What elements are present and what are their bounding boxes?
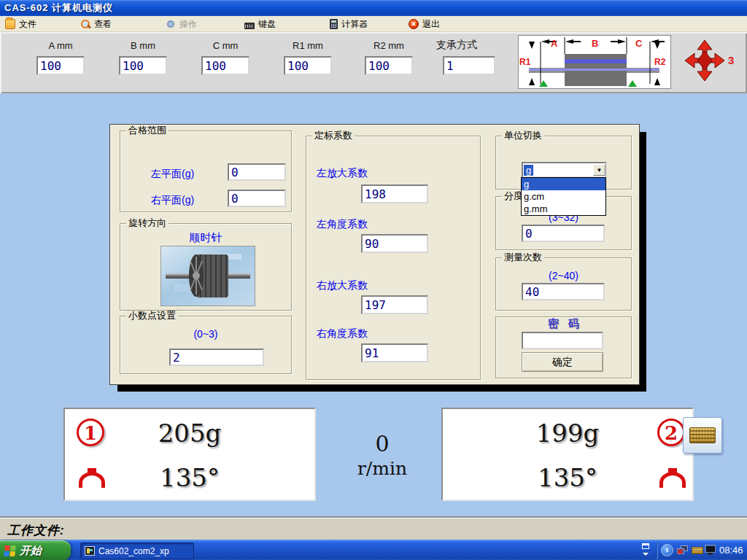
window-titlebar: CAS-602 计算机电测仪 xyxy=(0,0,747,16)
nav-count-label: 3 xyxy=(728,54,734,66)
right-gain-label: 右放大系数 xyxy=(317,279,368,292)
unit-option-gcm[interactable]: g.cm xyxy=(522,190,605,203)
client-area: 合格范围 左平面(g) 右平面(g) 旋转方向 顺时针 xyxy=(0,93,747,518)
password-group: 密 码 确定 xyxy=(495,316,632,378)
menu-keyboard-label: 键盘 xyxy=(258,18,276,31)
measure-count-input[interactable] xyxy=(522,283,605,300)
start-button[interactable]: 开始 xyxy=(0,540,71,560)
app-icon xyxy=(85,546,95,556)
menu-keyboard[interactable]: 键盘 xyxy=(241,16,279,32)
menu-exit-label: 退出 xyxy=(422,18,440,31)
support-mode-label: 支承方式 xyxy=(436,39,477,52)
window-title: CAS-602 计算机电测仪 xyxy=(4,2,113,13)
left-angle-label: 左角度系数 xyxy=(317,218,368,231)
unit-option-g[interactable]: g xyxy=(522,178,605,190)
speed-readout: 0 r/min xyxy=(342,431,422,479)
decimal-range-hint: (0~3) xyxy=(120,328,291,340)
decimal-setting-title: 小数点设置 xyxy=(126,311,178,321)
right-angle-input[interactable] xyxy=(361,343,428,362)
qualified-range-title: 合格范围 xyxy=(126,125,169,136)
tray-divider xyxy=(657,542,658,559)
support-mode-input[interactable] xyxy=(443,56,495,75)
field-r1-label: R1 mm xyxy=(284,40,332,51)
rotor-dimension-diagram: A B C R1 R2 xyxy=(518,35,671,89)
rotation-direction-title: 旋转方向 xyxy=(126,218,169,228)
unit-switch-title: 单位切换 xyxy=(502,131,544,141)
start-button-label: 开始 xyxy=(20,544,42,558)
left-gain-label: 左放大系数 xyxy=(317,167,368,180)
unit-selected-value: g xyxy=(524,165,533,176)
settings-dialog: 合格范围 左平面(g) 右平面(g) 旋转方向 顺时针 xyxy=(109,124,640,385)
keyboard-icon xyxy=(689,427,716,443)
speed-value: 0 xyxy=(342,431,422,456)
chevron-down-icon xyxy=(643,553,649,559)
restore-window-icon xyxy=(642,543,649,549)
menu-exit[interactable]: ✕ 退出 xyxy=(406,16,443,32)
menu-calculator[interactable]: 计算器 xyxy=(327,16,371,32)
qualified-range-group: 合格范围 左平面(g) 右平面(g) xyxy=(120,131,292,212)
right-weight-value: 199g xyxy=(443,419,692,448)
diagram-label-r1: R1 xyxy=(519,57,531,67)
measure-count-title: 测量次数 xyxy=(502,252,544,262)
menu-operate[interactable]: 操作 xyxy=(163,16,200,32)
left-angle-input[interactable] xyxy=(361,234,428,253)
field-r1-input[interactable] xyxy=(284,56,332,75)
field-c-label: C mm xyxy=(201,40,249,51)
field-a-label: A mm xyxy=(36,40,85,51)
field-r2-label: R2 mm xyxy=(365,40,413,51)
taskbar-app-label: Cas602_com2_xp xyxy=(98,546,169,556)
display-tray-icon[interactable] xyxy=(705,545,716,556)
decimal-input[interactable] xyxy=(169,349,264,366)
taskbar: 开始 Cas602_com2_xp ‹ ✕ 08:46 xyxy=(0,540,747,560)
left-plane-label: 左平面(g) xyxy=(151,168,194,181)
decimal-setting-group: 小数点设置 (0~3) xyxy=(120,316,292,374)
chevron-down-icon[interactable]: ▼ xyxy=(593,164,605,176)
unit-combobox[interactable]: g ▼ xyxy=(522,162,607,178)
taskbar-clock: 08:46 xyxy=(719,545,743,556)
gear-icon xyxy=(166,19,176,29)
right-gain-input[interactable] xyxy=(361,295,428,314)
speed-unit: r/min xyxy=(342,458,422,479)
calibration-group: 定标系数 左放大系数 左角度系数 右放大系数 右角度系数 xyxy=(306,136,481,380)
ok-button[interactable]: 确定 xyxy=(522,352,603,372)
field-b-label: B mm xyxy=(119,40,167,51)
folder-icon xyxy=(5,19,15,29)
menu-file-label: 文件 xyxy=(19,18,36,31)
four-way-arrow-icon[interactable] xyxy=(684,39,725,82)
field-b-input[interactable] xyxy=(119,56,167,75)
menu-view[interactable]: 查看 xyxy=(77,16,115,32)
work-file-label: 工作文件: xyxy=(7,522,65,539)
menu-view-label: 查看 xyxy=(94,18,112,31)
measure-count-group: 测量次数 (2~40) xyxy=(495,257,632,311)
status-bar: 工作文件: xyxy=(0,518,747,540)
diagram-label-b: B xyxy=(592,38,598,49)
taskbar-app-button[interactable]: Cas602_com2_xp xyxy=(80,542,194,559)
password-input[interactable] xyxy=(522,332,603,349)
menu-file[interactable]: 文件 xyxy=(2,16,39,32)
rotation-direction-group: 旋转方向 顺时针 xyxy=(120,223,292,311)
field-r2-input[interactable] xyxy=(365,56,413,75)
left-angle-value: 135° xyxy=(65,463,314,492)
right-readout-panel: 199g 2 135° xyxy=(441,408,694,501)
unit-option-gmm[interactable]: g.mm xyxy=(522,203,605,215)
onscreen-keyboard-button[interactable] xyxy=(683,417,722,454)
field-a-input[interactable] xyxy=(36,56,85,75)
left-weight-value: 205g xyxy=(65,419,314,448)
left-gain-input[interactable] xyxy=(361,184,428,203)
calculator-icon xyxy=(330,19,338,29)
network-status-icon[interactable]: ✕ xyxy=(677,545,689,556)
left-plane-input[interactable] xyxy=(228,163,286,181)
right-angle-label: 右角度系数 xyxy=(317,327,368,341)
field-c-input[interactable] xyxy=(201,56,249,75)
exit-icon: ✕ xyxy=(409,19,419,29)
keyboard-tray-icon[interactable] xyxy=(692,547,703,554)
hide-icons-chevron[interactable]: ‹ xyxy=(661,544,673,556)
menu-bar: 文件 查看 操作 键盘 计算器 ✕ 退出 xyxy=(0,16,747,32)
right-plane-input[interactable] xyxy=(228,190,286,207)
diagram-label-a: A xyxy=(551,38,558,49)
diagram-label-r2: R2 xyxy=(654,57,666,67)
language-bar[interactable] xyxy=(638,542,655,559)
windows-logo-icon xyxy=(4,545,17,556)
division-input[interactable] xyxy=(522,225,605,242)
rotor-image xyxy=(160,246,255,306)
